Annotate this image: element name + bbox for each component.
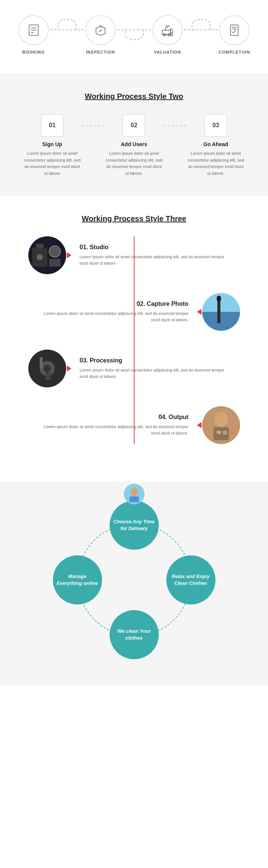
step-valuation: VALUATION bbox=[151, 15, 184, 54]
output-title: 04. Output bbox=[36, 414, 189, 421]
svg-point-28 bbox=[214, 412, 228, 427]
step-valuation-label: VALUATION bbox=[154, 50, 181, 54]
step-valuation-circle bbox=[152, 15, 183, 45]
step-two-goahead: 03 Go Ahead Lorem ipsum dolor sit amet c… bbox=[186, 114, 245, 177]
processing-content: 03. Processing Lorem ipsum dolor sit ame… bbox=[72, 357, 240, 380]
section-three-title: Working Process Style Three bbox=[11, 214, 257, 223]
svg-point-33 bbox=[130, 487, 138, 496]
step-two-addusers-number: 02 bbox=[122, 114, 145, 137]
circle-top: Choose Any Time for Delivery bbox=[110, 501, 159, 550]
svg-rect-16 bbox=[49, 259, 60, 267]
svg-point-15 bbox=[49, 246, 60, 257]
connector-3 bbox=[184, 29, 218, 30]
circle-left: Manage Everything online bbox=[53, 555, 102, 604]
step-completion-circle bbox=[219, 15, 249, 45]
circle-bottom-text: We clean Your clothes bbox=[113, 628, 155, 641]
svg-rect-26 bbox=[45, 372, 51, 380]
step-completion-label: COMPLETION bbox=[219, 50, 250, 54]
timeline-item-capture: 02. Capture Photo Lorem ipsum dolor sit … bbox=[28, 293, 240, 331]
timeline-item-output: 04. Output Lorem ipsum dolor sit amet co… bbox=[28, 406, 240, 444]
capture-image bbox=[202, 293, 240, 331]
capture-title: 02. Capture Photo bbox=[36, 301, 189, 307]
studio-image-placeholder bbox=[28, 236, 66, 274]
studio-desc: Lorem ipsum dolor sit amet consectetur a… bbox=[80, 254, 232, 267]
timeline-item-processing: 03. Processing Lorem ipsum dolor sit ame… bbox=[28, 350, 240, 387]
processing-arrow bbox=[67, 365, 71, 372]
step-two-signup-number: 01 bbox=[41, 114, 64, 137]
processing-desc: Lorem ipsum dolor sit amet consectetur a… bbox=[80, 367, 232, 380]
studio-image bbox=[28, 236, 66, 274]
step-booking-circle bbox=[19, 15, 49, 45]
output-image bbox=[202, 406, 240, 444]
circle-left-text: Manage Everything online bbox=[57, 573, 98, 587]
output-content: 04. Output Lorem ipsum dolor sit amet co… bbox=[28, 414, 196, 437]
circular-container: Choose Any Time for Delivery Relax and E… bbox=[59, 504, 210, 655]
svg-rect-30 bbox=[217, 431, 221, 434]
section-two-title: Working Process Style Two bbox=[23, 92, 245, 101]
processing-title: 03. Processing bbox=[80, 357, 232, 364]
capture-image-placeholder bbox=[202, 293, 240, 331]
step-two-goahead-desc: Lorem ipsum dolor sit amet consectetur a… bbox=[186, 150, 245, 177]
studio-title: 01. Studio bbox=[80, 244, 232, 251]
output-arrow bbox=[197, 422, 201, 428]
studio-content: 01. Studio Lorem ipsum dolor sit amet co… bbox=[72, 244, 240, 267]
svg-point-24 bbox=[43, 365, 51, 372]
step-inspection: INSPECTION bbox=[84, 15, 118, 54]
capture-desc: Lorem ipsum dolor sit amet consectetur a… bbox=[36, 310, 189, 324]
svg-rect-25 bbox=[40, 357, 43, 368]
process-steps-two: 01 Sign Up Lorem ipsum dolor sit amet co… bbox=[23, 114, 245, 177]
svg-rect-34 bbox=[129, 496, 139, 502]
process-steps-one: BOOKING INSPECTION bbox=[17, 15, 251, 54]
section-one: BOOKING INSPECTION bbox=[0, 0, 268, 73]
step-booking: BOOKING bbox=[17, 15, 50, 54]
svg-point-8 bbox=[170, 34, 173, 36]
step-two-signup-desc: Lorem ipsum dolor sit amet consectetur a… bbox=[23, 150, 82, 177]
svg-rect-14 bbox=[36, 244, 43, 248]
capture-content: 02. Capture Photo Lorem ipsum dolor sit … bbox=[28, 301, 196, 324]
svg-point-17 bbox=[37, 254, 43, 260]
section-three: Working Process Style Three bbox=[0, 196, 268, 482]
step-booking-label: BOOKING bbox=[22, 50, 45, 54]
step-two-goahead-number: 03 bbox=[204, 114, 227, 137]
step-two-addusers: 02 Add Users Lorem ipsum dolor sit amet … bbox=[104, 114, 163, 177]
section-four: Choose Any Time for Delivery Relax and E… bbox=[0, 482, 268, 686]
step-two-goahead-title: Go Ahead bbox=[203, 141, 228, 147]
svg-point-21 bbox=[217, 296, 221, 302]
svg-rect-19 bbox=[202, 312, 240, 331]
timeline-item-studio: 01. Studio Lorem ipsum dolor sit amet co… bbox=[28, 236, 240, 274]
connector-two-1 bbox=[82, 125, 104, 126]
output-image-placeholder bbox=[202, 406, 240, 444]
connector-2 bbox=[117, 29, 151, 30]
step-two-signup-title: Sign Up bbox=[42, 141, 62, 147]
circle-right: Relax and Enjoy Clean Clothes bbox=[166, 555, 215, 604]
step-inspection-circle bbox=[85, 15, 116, 45]
capture-arrow bbox=[197, 309, 201, 315]
processing-image-placeholder bbox=[28, 350, 66, 387]
circle-top-text: Choose Any Time for Delivery bbox=[113, 518, 155, 532]
section-two: Working Process Style Two 01 Sign Up Lor… bbox=[0, 73, 268, 196]
output-desc: Lorem ipsum dolor sit amet consectetur a… bbox=[36, 424, 189, 437]
step-two-addusers-desc: Lorem ipsum dolor sit amet consectetur a… bbox=[104, 150, 163, 177]
timeline-container: 01. Studio Lorem ipsum dolor sit amet co… bbox=[28, 236, 240, 444]
connector-1 bbox=[50, 29, 84, 30]
connector-two-2 bbox=[164, 125, 186, 126]
step-completion: COMPLETION bbox=[218, 15, 251, 54]
step-two-signup: 01 Sign Up Lorem ipsum dolor sit amet co… bbox=[23, 114, 82, 177]
svg-point-31 bbox=[222, 430, 228, 436]
circle-right-text: Relax and Enjoy Clean Clothes bbox=[170, 573, 212, 587]
svg-rect-20 bbox=[217, 301, 220, 323]
processing-image bbox=[28, 350, 66, 387]
circle-bottom: We clean Your clothes bbox=[110, 610, 159, 659]
step-inspection-label: INSPECTION bbox=[86, 50, 115, 54]
step-two-addusers-title: Add Users bbox=[121, 141, 147, 147]
studio-arrow bbox=[67, 252, 71, 258]
svg-rect-9 bbox=[231, 25, 238, 35]
